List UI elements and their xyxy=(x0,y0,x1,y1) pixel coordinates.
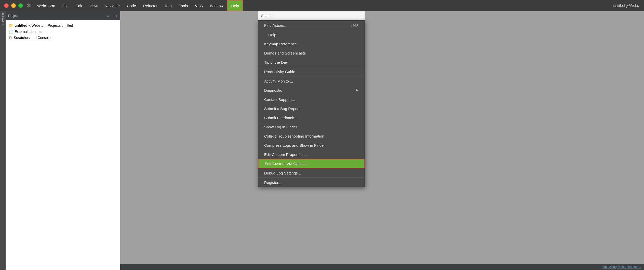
contact-support-label: Contact Support... xyxy=(264,97,295,102)
tree-item-scratches-label: Scratches and Consoles xyxy=(14,36,52,40)
menu-window[interactable]: Window xyxy=(206,0,227,11)
submit-bug-label: Submit a Bug Report... xyxy=(264,106,303,111)
compress-logs-item[interactable]: Compress Logs and Show in Finder xyxy=(258,141,365,150)
expand-icon[interactable]: + xyxy=(116,14,118,18)
productivity-section: Productivity Guide xyxy=(258,67,365,76)
debug-log-item[interactable]: Debug Log Settings... xyxy=(258,168,365,178)
menu-refactor[interactable]: Refactor xyxy=(140,0,161,11)
library-icon: 📊 xyxy=(9,30,13,34)
collect-troubleshooting-label: Collect Troubleshooting Information xyxy=(264,134,324,138)
traffic-lights xyxy=(0,3,23,8)
show-log-item[interactable]: Show Log in Finder xyxy=(258,122,365,131)
find-action-shortcut: ⇧⌘A xyxy=(350,23,358,27)
show-log-label: Show Log in Finder xyxy=(264,125,297,129)
find-action-item[interactable]: Find Action... ⇧⌘A xyxy=(258,21,365,30)
menu-run[interactable]: Run xyxy=(161,0,176,11)
title-bar: ⌘ WebStorm File Edit View Navigate Code … xyxy=(0,0,644,11)
panel-header-icons: ⚙ − + xyxy=(106,14,118,18)
keymap-item[interactable]: Keymap Reference xyxy=(258,39,365,48)
arrow-icon: ▶ xyxy=(356,88,358,92)
apple-menu[interactable]: ⌘ xyxy=(23,0,34,11)
diagnostic-label: Diagnostic xyxy=(264,88,282,92)
menu-vcs[interactable]: VCS xyxy=(191,0,206,11)
menu-help[interactable]: Help xyxy=(227,0,243,11)
sidebar-project-tab[interactable]: 1: Project xyxy=(1,12,5,26)
close-button[interactable] xyxy=(4,3,9,8)
compress-logs-label: Compress Logs and Show in Finder xyxy=(264,143,325,147)
menu-edit[interactable]: Edit xyxy=(72,0,86,11)
status-bar: https://blog.csdn.net/u0pen... xyxy=(120,264,644,270)
contact-support-item[interactable]: Contact Support... xyxy=(258,95,365,104)
help-group-section: ? Help Keymap Reference Demos and Screen… xyxy=(258,30,365,67)
minimize-button[interactable] xyxy=(11,3,16,8)
collect-troubleshooting-item[interactable]: Collect Troubleshooting Information xyxy=(258,131,365,141)
tip-label: Tip of the Day xyxy=(264,60,288,64)
demos-item[interactable]: Demos and Screencasts xyxy=(258,48,365,58)
tip-item[interactable]: Tip of the Day xyxy=(258,58,365,67)
submit-feedback-item[interactable]: Submit Feedback... xyxy=(258,113,365,122)
edit-custom-props-item[interactable]: Edit Custom Properties... xyxy=(258,150,365,159)
submit-feedback-label: Submit Feedback... xyxy=(264,116,297,120)
tree-item-external-libs[interactable]: 📊 External Libraries xyxy=(6,29,120,35)
menu-webstorm[interactable]: WebStorm xyxy=(34,0,59,11)
productivity-guide-item[interactable]: Productivity Guide xyxy=(258,67,365,76)
edit-custom-props-label: Edit Custom Properties... xyxy=(264,152,307,157)
menu-code[interactable]: Code xyxy=(123,0,140,11)
gear-icon[interactable]: ⚙ xyxy=(106,14,110,18)
menu-navigate[interactable]: Navigate xyxy=(101,0,123,11)
productivity-guide-label: Productivity Guide xyxy=(264,70,295,74)
project-panel-title: Project xyxy=(8,14,104,18)
maximize-button[interactable] xyxy=(18,3,23,8)
menu-file[interactable]: File xyxy=(59,0,72,11)
tree-item-untitled-label: untitled ~/WebstormProjects/untitled xyxy=(15,23,73,28)
help-item[interactable]: ? Help xyxy=(258,30,365,39)
keymap-label: Keymap Reference xyxy=(264,42,297,46)
project-panel: Project ⚙ − + 📁 untitled ~/WebstormProje… xyxy=(6,11,120,270)
dropdown-overlay: Find Action... ⇧⌘A ? Help Keymap Referen… xyxy=(258,11,365,187)
editor-area: Find Action... ⇧⌘A ? Help Keymap Referen… xyxy=(120,11,644,270)
tree-item-untitled[interactable]: 📁 untitled ~/WebstormProjects/untitled xyxy=(6,22,120,29)
search-input[interactable] xyxy=(261,14,361,18)
search-box xyxy=(258,11,365,20)
menu-tools[interactable]: Tools xyxy=(175,0,191,11)
find-action-section: Find Action... ⇧⌘A xyxy=(258,21,365,30)
apple-icon: ⌘ xyxy=(27,3,32,8)
sidebar-strip: 1: Project xyxy=(0,11,6,270)
tree-item-scratches[interactable]: 🗒 Scratches and Consoles xyxy=(6,35,120,41)
question-icon: ? xyxy=(264,33,266,37)
demos-label: Demos and Screencasts xyxy=(264,51,306,55)
submit-bug-item[interactable]: Submit a Bug Report... xyxy=(258,104,365,113)
register-label: Register... xyxy=(264,180,281,185)
window-title: untitled [~/Webs xyxy=(613,4,644,8)
folder-icon: 📁 xyxy=(9,23,13,28)
collapse-icon[interactable]: − xyxy=(112,14,114,18)
main-area: 1: Project Project ⚙ − + 📁 untitled ~/We… xyxy=(0,11,644,270)
register-section: Register... xyxy=(258,178,365,187)
register-item[interactable]: Register... xyxy=(258,178,365,187)
menu-bar: File Edit View Navigate Code Refactor Ru… xyxy=(59,0,613,11)
project-tree: 📁 untitled ~/WebstormProjects/untitled 📊… xyxy=(6,20,120,270)
find-action-label: Find Action... xyxy=(264,23,286,28)
activity-monitor-item[interactable]: Activity Monitor... xyxy=(258,76,365,86)
scratch-icon: 🗒 xyxy=(9,36,12,40)
tools-group-section: Activity Monitor... Diagnostic ▶ Contact… xyxy=(258,76,365,178)
edit-custom-vm-item[interactable]: Edit Custom VM Options... xyxy=(258,159,365,168)
status-link[interactable]: https://blog.csdn.net/u0pen... xyxy=(602,265,641,269)
tree-item-external-libs-label: External Libraries xyxy=(15,30,42,34)
menu-view[interactable]: View xyxy=(86,0,101,11)
help-dropdown-menu: Find Action... ⇧⌘A ? Help Keymap Referen… xyxy=(258,20,365,187)
activity-monitor-label: Activity Monitor... xyxy=(264,79,293,83)
help-label: Help xyxy=(268,33,276,37)
diagnostic-item[interactable]: Diagnostic ▶ xyxy=(258,86,365,95)
project-panel-header: Project ⚙ − + xyxy=(6,11,120,20)
debug-log-label: Debug Log Settings... xyxy=(264,171,301,175)
edit-custom-vm-label: Edit Custom VM Options... xyxy=(265,161,310,166)
